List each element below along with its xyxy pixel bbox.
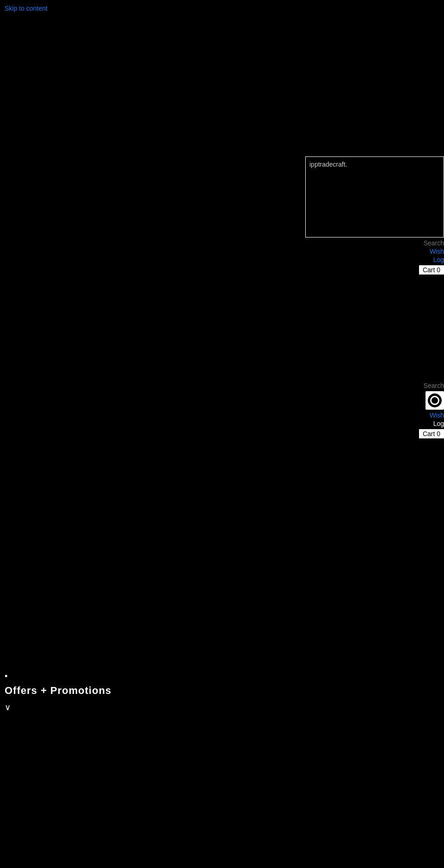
skip-to-content-link[interactable]: Skip to content <box>5 5 48 12</box>
wishlist-link-1[interactable]: Wish <box>430 248 444 255</box>
chevron-down-icon[interactable]: ∨ <box>5 702 439 712</box>
cart-button-2[interactable]: Cart 0 <box>419 429 444 438</box>
header-block-1: ipptradecraft. Wish Log Cart 0 <box>222 156 444 275</box>
nav-links-2: Wish Log Cart 0 <box>419 412 444 438</box>
cart-button-1[interactable]: Cart 0 <box>419 265 444 275</box>
login-link-2[interactable]: Log <box>433 420 444 427</box>
logo-icon-inner <box>428 393 442 407</box>
search-input-2[interactable] <box>363 382 444 389</box>
header-block-2: Wish Log Cart 0 <box>333 382 444 438</box>
offers-promotions-title: Offers + Promotions <box>5 685 439 697</box>
nav-links-1: Wish Log Cart 0 <box>363 239 444 275</box>
login-link-1[interactable]: Log <box>433 256 444 263</box>
search-input-1[interactable] <box>363 239 444 247</box>
logo-text-1: ipptradecraft. <box>309 161 347 168</box>
bottom-section: ▪ Offers + Promotions ∨ <box>0 662 444 722</box>
bullet-mark: ▪ <box>5 671 439 681</box>
wishlist-link-2[interactable]: Wish <box>430 412 444 419</box>
logo-box-1: ipptradecraft. <box>305 156 444 237</box>
logo-icon-box <box>426 391 444 410</box>
